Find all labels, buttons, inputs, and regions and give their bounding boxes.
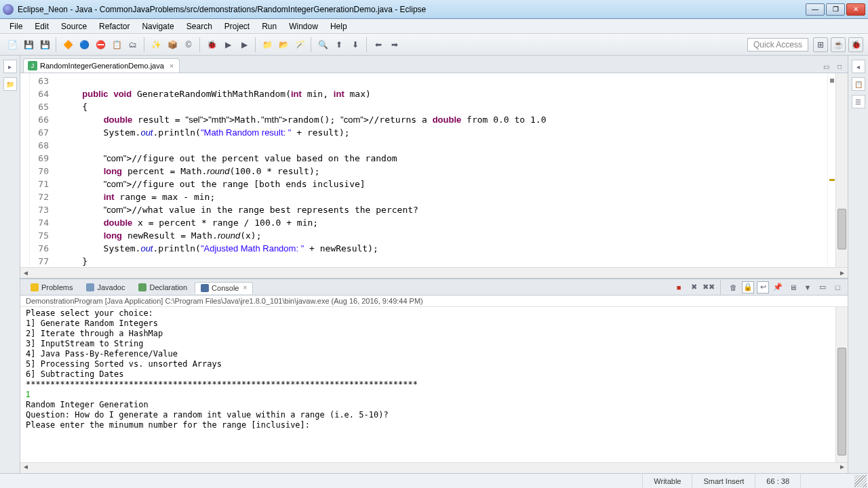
status-insert-mode: Smart Insert — [692, 474, 755, 488]
close-tab-icon[interactable]: × — [170, 62, 174, 70]
right-trim-stack: ◂ 📋 ☰ — [848, 56, 868, 473]
package-explorer-icon[interactable]: 📁 — [3, 77, 17, 91]
menu-edit[interactable]: Edit — [29, 20, 54, 33]
clear-console-button[interactable]: 🗑 — [727, 281, 739, 293]
status-bar: Writable Smart Insert 66 : 38 — [0, 473, 868, 488]
remove-all-button[interactable]: ✖✖ — [703, 281, 715, 293]
editor-tab-bar: J RandomIntegerGenerationDemo.java × ▭ □ — [20, 56, 848, 73]
back-button[interactable]: ⬅ — [371, 37, 386, 52]
minimize-view-icon[interactable]: ▭ — [816, 281, 829, 293]
run-button[interactable]: ▶ — [220, 37, 235, 52]
annotation-prev-button[interactable]: ⬆ — [332, 37, 347, 52]
search-button[interactable]: 🔍 — [315, 37, 330, 52]
console-icon — [201, 284, 209, 292]
java-file-icon: J — [28, 61, 37, 70]
new-wizard-button[interactable]: ✨ — [149, 37, 163, 52]
declaration-icon — [138, 283, 146, 291]
overview-ruler[interactable] — [827, 73, 835, 267]
menu-run[interactable]: Run — [256, 20, 282, 33]
editor-vertical-scrollbar[interactable] — [835, 73, 848, 267]
window-title: Eclipse_Neon - Java - CommonJavaProblems… — [18, 5, 806, 14]
forward-button[interactable]: ➡ — [387, 37, 402, 52]
code-editor[interactable]: 63646566676869707172737475767778 public … — [20, 73, 848, 267]
code-area[interactable]: public void GenerateRandomWithMathRandom… — [53, 73, 827, 267]
eclipse-icon — [3, 4, 14, 15]
open-console-button[interactable]: ▼ — [802, 281, 814, 293]
close-view-icon[interactable]: × — [243, 284, 247, 291]
tab-console[interactable]: Console× — [195, 282, 253, 294]
main-toolbar: 📄 💾 💾 🔶 🔵 ⛔ 📋 🗂 ✨ 📦 © 🐞 ▶ ▶ 📁 📂 🪄 🔍 ⬆ ⬇ … — [0, 34, 868, 56]
menu-search[interactable]: Search — [181, 20, 218, 33]
quick-access-field[interactable]: Quick Access — [747, 38, 808, 52]
pin-console-button[interactable]: 📌 — [772, 281, 784, 293]
problems-icon — [31, 283, 39, 291]
menu-window[interactable]: Window — [283, 20, 323, 33]
console-vertical-scrollbar[interactable] — [835, 307, 848, 462]
open-type-button[interactable]: 🔶 — [60, 37, 75, 52]
outline-icon[interactable]: ☰ — [852, 95, 865, 108]
line-number-gutter: 63646566676869707172737475767778 — [30, 73, 53, 267]
scroll-lock-button[interactable]: 🔒 — [742, 281, 754, 293]
status-writable: Writable — [642, 474, 692, 488]
maximize-button[interactable]: ❐ — [826, 3, 845, 16]
javadoc-icon — [86, 283, 94, 291]
close-button[interactable]: ✕ — [846, 3, 865, 16]
open-perspective-button[interactable]: ⊞ — [813, 37, 828, 52]
java-perspective-button[interactable]: ☕ — [831, 37, 846, 52]
maximize-editor-icon[interactable]: □ — [834, 62, 845, 71]
skip-breakpoints-button[interactable]: ⛔ — [93, 37, 108, 52]
save-all-button[interactable]: 💾 — [37, 37, 52, 52]
new-project-button[interactable]: 📁 — [260, 37, 275, 52]
coverage-button[interactable]: ▶ — [237, 37, 252, 52]
annotation-next-button[interactable]: ⬇ — [348, 37, 363, 52]
menu-refactor[interactable]: Refactor — [94, 20, 135, 33]
tab-javadoc[interactable]: Javadoc — [80, 281, 131, 293]
menu-help[interactable]: Help — [325, 20, 353, 33]
minimize-button[interactable]: — — [806, 3, 825, 16]
new-package-button[interactable]: 📦 — [165, 37, 180, 52]
console-launch-info: DemonstrationProgram [Java Application] … — [20, 296, 848, 307]
toggle-button[interactable]: 🗂 — [125, 37, 140, 52]
display-console-button[interactable]: 🖥 — [787, 281, 799, 293]
menu-file[interactable]: File — [4, 20, 28, 33]
resize-grip-icon[interactable] — [854, 475, 867, 487]
menu-navigate[interactable]: Navigate — [136, 20, 179, 33]
minimize-editor-icon[interactable]: ▭ — [821, 62, 831, 71]
tab-problems[interactable]: Problems — [24, 281, 79, 293]
status-cursor-position: 66 : 38 — [755, 474, 800, 488]
tab-declaration[interactable]: Declaration — [132, 281, 193, 293]
new-button[interactable]: 📄 — [5, 37, 20, 52]
remove-launch-button[interactable]: ✖ — [688, 281, 700, 293]
wand-button[interactable]: 🪄 — [292, 37, 307, 52]
restore-left-icon[interactable]: ▸ — [3, 60, 17, 73]
menu-project[interactable]: Project — [219, 20, 255, 33]
task-list-icon[interactable]: 📋 — [852, 77, 865, 91]
debug-perspective-button[interactable]: 🐞 — [848, 37, 863, 52]
editor-tab[interactable]: J RandomIntegerGenerationDemo.java × — [23, 58, 180, 73]
terminate-button[interactable]: ■ — [673, 281, 685, 293]
new-class-button[interactable]: © — [181, 37, 196, 52]
restore-right-icon[interactable]: ◂ — [852, 60, 865, 73]
breakpoint-button[interactable]: 🔵 — [77, 37, 92, 52]
editor-tab-label: RandomIntegerGenerationDemo.java — [40, 62, 164, 70]
bottom-view-tabs: Problems Javadoc Declaration Console× ■ … — [20, 279, 848, 296]
menu-source[interactable]: Source — [56, 20, 92, 33]
maximize-view-icon[interactable]: □ — [831, 281, 844, 293]
menu-bar: File Edit Source Refactor Navigate Searc… — [0, 19, 868, 34]
editor-horizontal-scrollbar[interactable]: ◄► — [20, 267, 848, 278]
marker-ruler — [20, 73, 30, 267]
open-project-button[interactable]: 📂 — [276, 37, 291, 52]
save-button[interactable]: 💾 — [21, 37, 36, 52]
console-toolbar: ■ ✖ ✖✖ 🗑 🔒 ↩ 📌 🖥 ▼ ▭ □ — [673, 280, 844, 295]
debug-button[interactable]: 🐞 — [204, 37, 219, 52]
title-bar: Eclipse_Neon - Java - CommonJavaProblems… — [0, 0, 868, 19]
build-button[interactable]: 📋 — [109, 37, 124, 52]
console-horizontal-scrollbar[interactable]: ◄► — [20, 462, 848, 473]
console-output[interactable]: Please select your choice: 1] Generate R… — [20, 307, 848, 462]
left-trim-stack: ▸ 📁 — [0, 56, 20, 473]
word-wrap-button[interactable]: ↩ — [757, 281, 769, 293]
